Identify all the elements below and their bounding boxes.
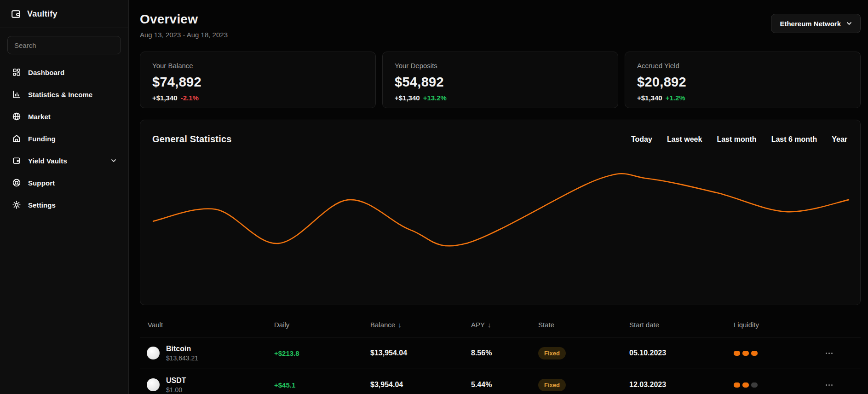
statistics-line — [153, 174, 849, 246]
apy-value: 8.56% — [471, 349, 538, 357]
balance-value: $13,954.04 — [370, 349, 471, 357]
brand: Vaultify — [0, 0, 128, 28]
change-percent: +13.2% — [423, 94, 447, 102]
brand-name: Vaultify — [27, 9, 57, 19]
search-input[interactable] — [7, 36, 121, 54]
sidebar-item-label: Funding — [28, 135, 56, 143]
gear-icon — [12, 200, 21, 209]
sidebar-item-statistics-income[interactable]: Statistics & Income — [0, 83, 128, 105]
card-value: $20,892 — [637, 75, 848, 90]
start-date: 12.03.2023 — [629, 381, 734, 389]
liquidity-indicator — [734, 382, 825, 388]
column-header-apy[interactable]: APY↓ — [471, 321, 538, 329]
row-actions-button[interactable] — [825, 350, 834, 357]
sidebar-nav: Dashboard Statistics & Income Market — [0, 61, 128, 216]
change-amount: +$1,340 — [637, 94, 662, 102]
wallet-logo-icon — [10, 8, 22, 20]
row-actions-button[interactable] — [825, 382, 834, 388]
liquidity-dot — [742, 351, 749, 356]
liquidity-indicator — [734, 351, 825, 356]
card-label: Your Balance — [152, 62, 363, 70]
card-label: Your Deposits — [395, 62, 606, 70]
sidebar-item-market[interactable]: Market — [0, 105, 128, 127]
network-selector-button[interactable]: Ethereum Network — [771, 14, 861, 33]
liquidity-dot — [742, 382, 749, 388]
state-badge: Fixed — [538, 379, 566, 391]
sort-desc-icon: ↓ — [398, 321, 402, 329]
general-statistics-panel: General Statistics Today Last week Last … — [140, 120, 861, 305]
dashboard-icon — [12, 68, 21, 77]
globe-icon — [12, 112, 21, 121]
liquidity-dot — [751, 382, 758, 388]
liquidity-dot — [751, 351, 758, 356]
date-range: Aug 13, 2023 - Aug 18, 2023 — [140, 31, 861, 39]
asset-avatar — [147, 347, 160, 359]
column-header-balance[interactable]: Balance↓ — [370, 321, 471, 329]
sort-desc-icon: ↓ — [488, 321, 491, 329]
card-change: +$1,340 +1.2% — [637, 94, 848, 102]
sidebar: Vaultify Dashboard Statistics & Income — [0, 0, 129, 394]
bar-chart-icon — [12, 90, 21, 99]
yield-card: Accrued Yield $20,892 +$1,340 +1.2% — [625, 52, 861, 108]
card-change: +$1,340 -2.1% — [152, 94, 363, 102]
asset-name: Bitcoin — [166, 345, 198, 353]
apy-value: 5.44% — [471, 381, 538, 389]
chevron-down-icon — [845, 20, 853, 27]
change-amount: +$1,340 — [152, 94, 178, 102]
asset-avatar — [147, 378, 160, 391]
page-title: Overview — [140, 12, 861, 27]
column-header-liquidity[interactable]: Liquidity — [734, 321, 825, 329]
change-percent: -2.1% — [181, 94, 199, 102]
column-header-state[interactable]: State — [538, 321, 629, 329]
column-header-daily[interactable]: Daily — [274, 321, 370, 329]
change-amount: +$1,340 — [395, 94, 420, 102]
vaults-table: Vault Daily Balance↓ APY↓ State Start da… — [140, 315, 861, 394]
statistics-line-chart — [140, 120, 860, 305]
change-percent: +1.2% — [666, 94, 685, 102]
deposits-card: Your Deposits $54,892 +$1,340 +13.2% — [382, 52, 618, 108]
chevron-down-icon — [110, 157, 117, 164]
table-header: Vault Daily Balance↓ APY↓ State Start da… — [140, 315, 861, 337]
sidebar-item-yield-vaults[interactable]: Yield Vaults — [0, 150, 128, 172]
asset-price: $13,643.21 — [166, 354, 198, 362]
sidebar-item-support[interactable]: Support — [0, 172, 128, 194]
daily-change: +$45.1 — [274, 381, 370, 389]
state-badge: Fixed — [538, 347, 566, 359]
lifebuoy-icon — [12, 178, 21, 187]
balance-value: $3,954.04 — [370, 381, 471, 389]
card-change: +$1,340 +13.2% — [395, 94, 606, 102]
sidebar-item-label: Yield Vaults — [28, 157, 67, 165]
network-selector-label: Ethereum Network — [780, 20, 841, 28]
card-label: Accrued Yield — [637, 62, 848, 70]
asset-name: USDT — [166, 377, 186, 385]
main-content: Overview Aug 13, 2023 - Aug 18, 2023 Eth… — [129, 0, 868, 394]
start-date: 05.10.2023 — [629, 349, 734, 357]
sidebar-item-label: Statistics & Income — [28, 91, 92, 98]
table-row-usdt[interactable]: USDT $1.00 +$45.1 $3,954.04 5.44% Fixed … — [140, 369, 861, 394]
sidebar-item-label: Market — [28, 113, 51, 121]
asset-price: $1.00 — [166, 386, 186, 394]
table-row-bitcoin[interactable]: Bitcoin $13,643.21 +$213.8 $13,954.04 8.… — [140, 337, 861, 369]
liquidity-dot — [734, 382, 740, 388]
stat-cards: Your Balance $74,892 +$1,340 -2.1% Your … — [140, 52, 861, 108]
sidebar-item-label: Settings — [28, 201, 56, 209]
card-value: $74,892 — [152, 75, 363, 90]
sidebar-item-dashboard[interactable]: Dashboard — [0, 61, 128, 83]
liquidity-dot — [734, 351, 740, 356]
column-header-start-date[interactable]: Start date — [629, 321, 734, 329]
sidebar-item-label: Dashboard — [28, 69, 64, 76]
column-header-vault[interactable]: Vault — [140, 321, 274, 329]
home-icon — [12, 134, 21, 143]
sidebar-item-label: Support — [28, 179, 55, 187]
balance-card: Your Balance $74,892 +$1,340 -2.1% — [140, 52, 376, 108]
wallet-icon — [12, 156, 21, 165]
card-value: $54,892 — [395, 75, 606, 90]
daily-change: +$213.8 — [274, 349, 370, 357]
sidebar-item-funding[interactable]: Funding — [0, 127, 128, 150]
sidebar-item-settings[interactable]: Settings — [0, 194, 128, 216]
